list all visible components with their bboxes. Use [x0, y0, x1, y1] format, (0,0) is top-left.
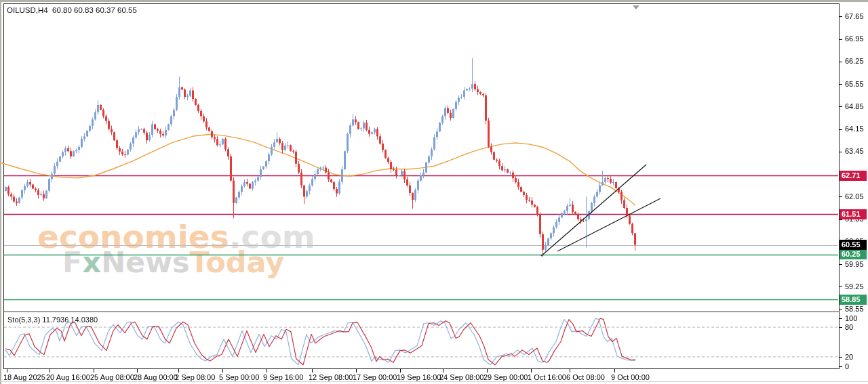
time-axis-label: 2 Sep 08:00: [175, 373, 215, 381]
time-axis-label: 5 Sep 00:00: [219, 373, 259, 381]
time-axis-label: 18 Aug 2025: [3, 373, 45, 381]
time-axis-label: 28 Aug 00:00: [134, 373, 178, 381]
time-axis-label: 29 Sep 00:00: [484, 373, 528, 381]
price-tick-label: 67.65: [845, 12, 864, 20]
chart-title-ohlc: OILUSD,H4 60.80 60.83 60.37 60.55: [7, 6, 137, 14]
current-price-badge: 60.55: [840, 240, 867, 250]
level-price-badge: 62.71: [840, 171, 867, 181]
price-tick-label: 66.25: [845, 57, 864, 65]
price-tick-label: 59.25: [845, 282, 864, 291]
time-axis-label: 17 Sep 00:00: [353, 373, 397, 381]
stoch-tick-label: 100: [845, 314, 857, 322]
price-tick-label: 66.95: [845, 35, 864, 43]
mt4-chart-window: economies.com FxNewsToday OILUSD,H4 60.8…: [0, 0, 868, 384]
price-tick-label: 58.55: [845, 305, 864, 313]
time-axis-label: 20 Aug 16:00: [46, 373, 90, 381]
stoch-tick-label: 20: [845, 353, 853, 361]
chart-shift-marker-icon[interactable]: [633, 5, 639, 9]
price-tick-label: 63.45: [845, 147, 864, 155]
price-tick-label: 65.55: [845, 80, 864, 88]
time-axis-label: 6 Oct 08:00: [566, 373, 605, 381]
price-axis[interactable]: 67.6566.9566.2565.5564.8564.1563.4562.75…: [840, 0, 868, 384]
time-axis-label: 24 Sep 08:00: [439, 373, 484, 381]
level-price-badge: 58.85: [840, 295, 867, 305]
time-axis-label: 1 Oct 16:00: [528, 373, 566, 381]
level-price-badge: 61.51: [840, 209, 867, 219]
time-axis-label: 19 Sep 16:00: [397, 373, 441, 381]
price-tick-label: 64.15: [845, 125, 864, 133]
time-axis[interactable]: 18 Aug 202520 Aug 16:0025 Aug 08:0028 Au…: [0, 369, 868, 384]
price-tick-label: 64.85: [845, 102, 864, 110]
stoch-tick-label: 80: [845, 323, 853, 331]
time-axis-label: 25 Aug 08:00: [90, 373, 134, 381]
stochastic-indicator-label: Sto(5,3,3) 11.7936 14.0380: [7, 316, 98, 324]
price-tick-label: 62.05: [845, 192, 864, 200]
chart-canvas[interactable]: [0, 0, 868, 384]
time-axis-label: 12 Sep 08:00: [309, 373, 353, 381]
level-price-badge: 60.25: [840, 249, 867, 259]
time-axis-label: 9 Sep 16:00: [263, 373, 303, 381]
price-tick-label: 59.95: [845, 260, 864, 268]
time-axis-label: 9 Oct 00:00: [611, 373, 650, 381]
